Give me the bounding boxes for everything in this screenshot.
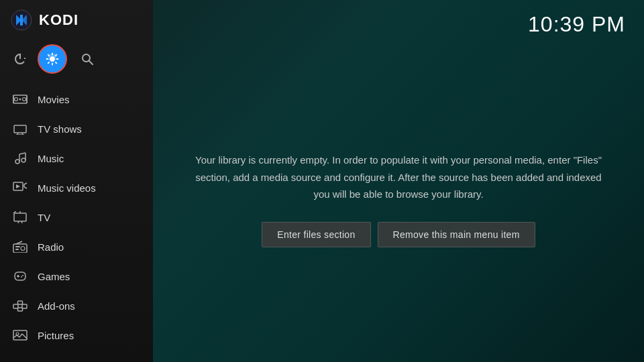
musicvideos-label: Music videos — [38, 182, 96, 194]
music-label: Music — [38, 153, 64, 164]
svg-line-31 — [18, 221, 19, 223]
sidebar-item-pictures[interactable]: Pictures — [0, 320, 153, 350]
svg-rect-46 — [18, 301, 23, 304]
svg-rect-3 — [20, 15, 23, 25]
svg-point-43 — [21, 276, 22, 278]
svg-line-9 — [89, 61, 93, 65]
svg-rect-30 — [14, 213, 26, 221]
svg-marker-26 — [16, 184, 20, 188]
sidebar-header: KODI — [0, 0, 153, 40]
sidebar-item-games[interactable]: Games — [0, 261, 153, 291]
app-title: KODI — [39, 11, 78, 29]
pictures-icon — [12, 327, 28, 343]
svg-rect-38 — [15, 249, 19, 250]
sidebar-item-tv[interactable]: TV — [0, 202, 153, 232]
main-content: 10:39 PM Your library is currently empty… — [153, 0, 644, 362]
svg-point-21 — [21, 158, 25, 162]
tvshows-label: TV shows — [38, 123, 82, 135]
games-label: Games — [38, 271, 70, 282]
sidebar-item-musicvideos[interactable]: Music videos — [0, 173, 153, 202]
svg-point-36 — [21, 247, 25, 251]
radio-icon — [12, 239, 28, 255]
sidebar-item-tvshows[interactable]: TV shows — [0, 114, 153, 143]
pictures-label: Pictures — [38, 330, 74, 341]
sidebar-item-music[interactable]: Music — [0, 143, 153, 173]
content-area: Your library is currently empty. In orde… — [153, 37, 644, 362]
addons-icon — [12, 298, 28, 314]
sidebar-icon-row — [0, 40, 153, 84]
svg-line-28 — [24, 187, 27, 188]
power-icon[interactable] — [11, 50, 30, 68]
svg-point-11 — [15, 98, 18, 101]
svg-rect-37 — [15, 246, 20, 247]
svg-point-13 — [19, 99, 21, 101]
music-icon — [12, 150, 28, 166]
svg-rect-45 — [22, 304, 27, 308]
movies-label: Movies — [38, 94, 70, 105]
svg-line-27 — [24, 183, 27, 184]
kodi-logo-icon — [11, 9, 32, 31]
svg-line-24 — [19, 153, 25, 154]
enter-files-button[interactable]: Enter files section — [262, 222, 370, 247]
search-icon[interactable] — [78, 50, 97, 68]
svg-point-12 — [23, 98, 26, 101]
nav-menu: Movies TV shows — [0, 84, 153, 362]
musicvideos-icon — [12, 180, 28, 196]
svg-point-20 — [15, 160, 19, 164]
tvshows-icon — [12, 121, 28, 137]
empty-library-message: Your library is currently empty. In orde… — [193, 152, 604, 203]
games-icon — [12, 268, 28, 284]
settings-icon[interactable] — [38, 44, 67, 74]
radio-label: Radio — [38, 241, 64, 253]
svg-rect-16 — [14, 125, 26, 133]
tv-label: TV — [38, 212, 50, 223]
action-buttons: Enter files section Remove this main men… — [262, 222, 535, 247]
addons-label: Add-ons — [38, 300, 75, 312]
top-bar: 10:39 PM — [153, 0, 644, 37]
sidebar-item-movies[interactable]: Movies — [0, 84, 153, 114]
tv-icon — [12, 209, 28, 225]
clock-display: 10:39 PM — [528, 12, 625, 37]
svg-line-32 — [21, 221, 22, 223]
remove-menu-item-button[interactable]: Remove this main menu item — [378, 222, 535, 247]
svg-point-42 — [22, 275, 23, 276]
svg-rect-47 — [18, 308, 23, 311]
sidebar: KODI — [0, 0, 153, 362]
svg-rect-48 — [13, 330, 27, 340]
sidebar-item-radio[interactable]: Radio — [0, 232, 153, 261]
movies-icon — [12, 91, 28, 107]
sidebar-item-addons[interactable]: Add-ons — [0, 291, 153, 320]
